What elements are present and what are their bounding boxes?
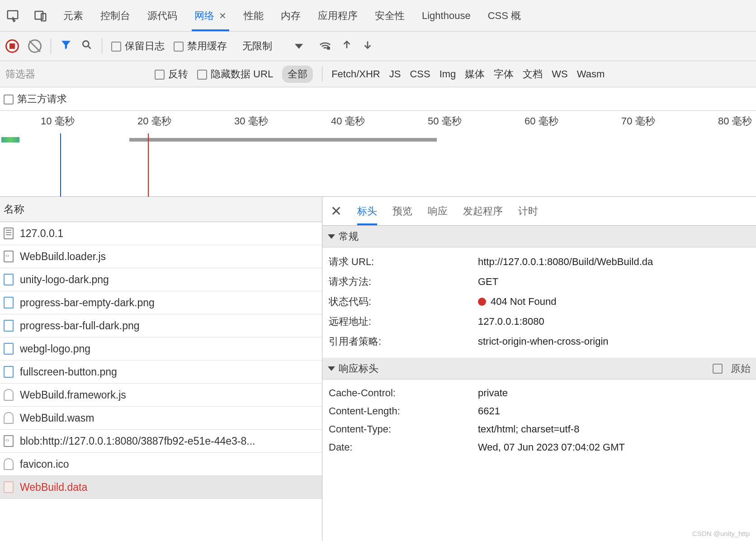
value-cache-control: private (478, 387, 750, 399)
detail-tabs: ✕ 标头 预览 响应 发起程序 计时 (322, 197, 756, 226)
triangle-down-icon (328, 234, 335, 239)
detail-tab-preview[interactable]: 预览 (392, 197, 412, 225)
file-js-icon (4, 251, 14, 262)
detail-tab-response[interactable]: 响应 (428, 197, 448, 225)
invert-checkbox[interactable]: 反转 (155, 67, 188, 81)
third-party-checkbox[interactable]: 第三方请求 (4, 92, 67, 106)
filter-type-fetch[interactable]: Fetch/XHR (331, 68, 380, 80)
filter-type-doc[interactable]: 文档 (523, 67, 543, 81)
tab-security[interactable]: 安全性 (372, 0, 407, 31)
tab-application[interactable]: 应用程序 (315, 0, 360, 31)
raw-headers-checkbox[interactable]: 原始 (713, 362, 751, 375)
file-doc-icon (4, 228, 14, 239)
column-header-name[interactable]: 名称 (0, 197, 322, 222)
detail-tab-headers[interactable]: 标头 (357, 197, 377, 225)
value-date: Wed, 07 Jun 2023 07:04:02 GMT (478, 441, 750, 453)
separator (322, 66, 322, 82)
close-details-icon[interactable]: ✕ (331, 203, 342, 219)
request-list-pane: 名称 127.0.0.1WebBuild.loader.jsunity-logo… (0, 197, 322, 541)
detail-tab-initiator[interactable]: 发起程序 (463, 197, 503, 225)
request-name: WebBuild.loader.js (20, 251, 106, 263)
file-js-icon (4, 435, 14, 447)
request-name: blob:http://127.0.0.1:8080/3887fb92-e51e… (20, 435, 255, 447)
filter-icon[interactable] (60, 39, 72, 53)
section-general[interactable]: 常规 (322, 226, 756, 247)
record-button[interactable] (5, 39, 19, 53)
request-row[interactable]: WebBuild.loader.js (0, 245, 322, 268)
triangle-down-icon (328, 366, 335, 371)
file-img-icon (4, 343, 14, 355)
file-unk-icon (4, 458, 14, 470)
filter-type-media[interactable]: 媒体 (465, 67, 485, 81)
label-request-url: 请求 URL: (329, 255, 478, 269)
request-row[interactable]: progress-bar-empty-dark.png (0, 291, 322, 314)
search-icon[interactable] (81, 39, 93, 53)
timeline-tick: 50 毫秒 (428, 114, 462, 128)
filter-type-font[interactable]: 字体 (494, 67, 514, 81)
file-img-icon (4, 366, 14, 378)
upload-har-icon[interactable] (341, 39, 353, 53)
file-img-icon (4, 320, 14, 332)
disable-cache-checkbox[interactable]: 禁用缓存 (174, 39, 227, 53)
inspect-icon[interactable] (5, 8, 21, 24)
label-content-length: Content-Length: (329, 405, 478, 417)
hide-data-urls-checkbox[interactable]: 隐藏数据 URL (197, 67, 273, 81)
label-request-method: 请求方法: (329, 275, 478, 289)
filter-type-ws[interactable]: WS (552, 68, 567, 80)
network-conditions-icon[interactable] (318, 38, 332, 54)
value-request-url: http://127.0.0.1:8080/Build/WebBuild.da (478, 255, 750, 269)
timeline-domcontent-line (60, 133, 61, 197)
detail-tab-timing[interactable]: 计时 (518, 197, 538, 225)
timeline-tick: 10 毫秒 (41, 114, 75, 128)
tab-memory[interactable]: 内存 (278, 0, 303, 31)
device-toggle-icon[interactable] (33, 8, 49, 24)
file-unk-icon (4, 389, 14, 401)
request-name: unity-logo-dark.png (20, 274, 109, 286)
filter-type-css[interactable]: CSS (410, 68, 430, 80)
timeline-request-bar (129, 138, 437, 142)
value-referrer-policy: strict-origin-when-cross-origin (478, 335, 750, 348)
request-name: fullscreen-button.png (20, 366, 117, 378)
tab-console[interactable]: 控制台 (98, 0, 133, 31)
timeline-overview[interactable]: 10 毫秒20 毫秒30 毫秒40 毫秒50 毫秒60 毫秒70 毫秒80 毫秒 (0, 111, 756, 197)
svg-point-3 (83, 41, 89, 47)
request-row[interactable]: favicon.ico (0, 453, 322, 476)
request-row[interactable]: WebBuild.data (0, 476, 322, 499)
filter-type-js[interactable]: JS (389, 68, 401, 80)
request-row[interactable]: WebBuild.wasm (0, 407, 322, 430)
request-name: WebBuild.framework.js (20, 389, 126, 401)
label-date: Date: (329, 441, 478, 453)
tab-lighthouse[interactable]: Lighthouse (419, 0, 473, 31)
status-dot-icon (478, 298, 486, 306)
download-har-icon[interactable] (362, 39, 373, 53)
tab-network[interactable]: 网络✕ (192, 0, 229, 31)
filter-type-img[interactable]: Img (439, 68, 456, 80)
section-response-headers[interactable]: 响应标头 原始 (322, 358, 756, 380)
tab-performance[interactable]: 性能 (241, 0, 266, 31)
throttling-select[interactable]: 无限制 (236, 36, 309, 56)
request-row[interactable]: 127.0.0.1 (0, 222, 322, 245)
request-row[interactable]: webgl-logo.png (0, 337, 322, 361)
request-row[interactable]: progress-bar-full-dark.png (0, 314, 322, 337)
request-row[interactable]: WebBuild.framework.js (0, 384, 322, 407)
filter-type-wasm[interactable]: Wasm (577, 68, 605, 80)
timeline-tick: 40 毫秒 (331, 114, 365, 128)
timeline-tick: 30 毫秒 (234, 114, 268, 128)
request-name: webgl-logo.png (20, 343, 90, 355)
file-err-icon (4, 481, 14, 493)
tab-css-overview[interactable]: CSS 概 (485, 0, 524, 31)
devtools-tabbar: 元素 控制台 源代码 网络✕ 性能 内存 应用程序 安全性 Lighthouse… (0, 0, 756, 32)
tab-sources[interactable]: 源代码 (145, 0, 180, 31)
close-icon[interactable]: ✕ (219, 10, 227, 21)
filter-input[interactable]: 筛选器 (5, 67, 146, 81)
request-row[interactable]: unity-logo-dark.png (0, 268, 322, 291)
timeline-load-line (148, 133, 149, 197)
label-content-type: Content-Type: (329, 423, 478, 435)
filter-type-all[interactable]: 全部 (282, 66, 313, 83)
value-status-code: 404 Not Found (478, 295, 750, 308)
request-row[interactable]: fullscreen-button.png (0, 361, 322, 384)
tab-elements[interactable]: 元素 (61, 0, 86, 31)
clear-button[interactable] (28, 39, 42, 53)
preserve-log-checkbox[interactable]: 保留日志 (111, 39, 165, 53)
request-row[interactable]: blob:http://127.0.0.1:8080/3887fb92-e51e… (0, 430, 322, 453)
